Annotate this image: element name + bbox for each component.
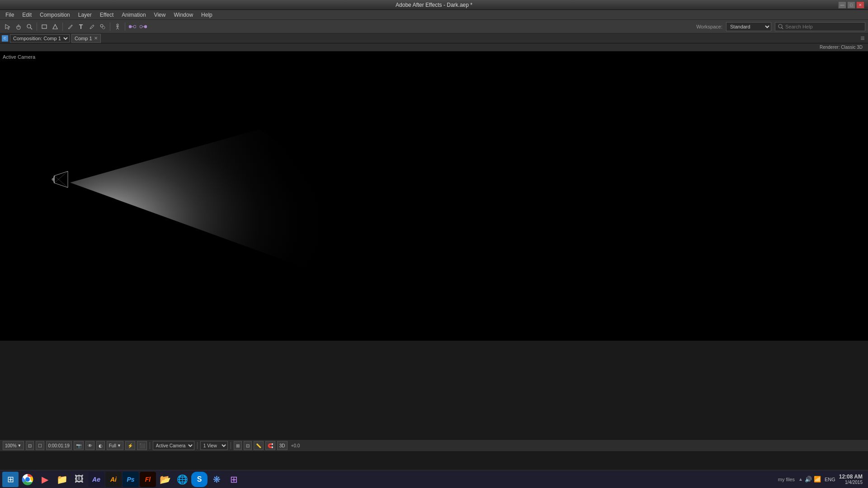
show-snapshot-btn[interactable]: 👁 xyxy=(85,441,94,450)
view-layout-select[interactable]: 1 View 2 Views 4 Views xyxy=(200,441,228,450)
camera-view-select[interactable]: Active Camera Front Left Top xyxy=(153,441,194,450)
taskbar-chrome-icon[interactable] xyxy=(19,472,36,487)
taskbar-flash-icon[interactable]: Fl xyxy=(140,472,156,487)
clock-time: 12:08 AM xyxy=(839,474,863,480)
rectangle-tool[interactable] xyxy=(39,22,49,32)
composition-selector[interactable]: Composition: Comp 1 xyxy=(10,34,70,42)
taskbar-skype-icon[interactable]: S xyxy=(191,472,208,487)
exposure-btn[interactable]: ◐ xyxy=(96,441,105,450)
taskbar-aftereffects-icon[interactable]: Ae xyxy=(88,472,104,487)
taskbar-folder2-icon[interactable]: 📂 xyxy=(157,472,173,487)
zoom-dropdown-icon[interactable]: ▼ xyxy=(18,443,22,448)
menu-effect[interactable]: Effect xyxy=(96,11,117,19)
shape-tool[interactable] xyxy=(50,22,60,32)
selection-tool[interactable] xyxy=(3,22,13,32)
viewer-info: Renderer: Classic 3D xyxy=(0,43,868,52)
snapshot-btn[interactable]: 📷 xyxy=(74,441,84,450)
svg-line-19 xyxy=(782,28,783,29)
menu-help[interactable]: Help xyxy=(198,11,216,19)
comp-tab-label: Comp 1 xyxy=(75,36,92,41)
paint-tool[interactable] xyxy=(87,22,97,32)
comp-tab[interactable]: Comp 1 ✕ xyxy=(71,34,101,43)
taskbar-media-icon[interactable]: ▶ xyxy=(37,472,53,487)
resolution-select-btn[interactable]: Full ▼ xyxy=(107,441,123,450)
motion-path-tool-2[interactable] xyxy=(138,22,148,32)
main-viewport: Active Camera xyxy=(0,52,868,341)
svg-marker-4 xyxy=(53,24,57,29)
svg-line-2 xyxy=(30,28,32,29)
plus-value-display: +0.0 xyxy=(289,443,302,448)
language-indicator[interactable]: ENG xyxy=(825,477,835,482)
close-button[interactable]: ✕ xyxy=(856,1,864,9)
pen-tool[interactable] xyxy=(65,22,75,32)
rulers-btn[interactable]: 📏 xyxy=(254,441,264,450)
svg-point-31 xyxy=(25,477,30,482)
tray-arrow-icon[interactable]: ▲ xyxy=(798,477,803,482)
svg-marker-24 xyxy=(54,171,68,188)
svg-point-1 xyxy=(27,24,31,28)
taskbar-browser-icon[interactable]: 🌐 xyxy=(174,472,190,487)
taskbar-illustrator-icon[interactable]: Ai xyxy=(105,472,122,487)
tray-speaker-icon[interactable]: 🔊 xyxy=(805,476,812,483)
fit-to-screen-btn[interactable]: ⊡ xyxy=(26,441,34,450)
system-tray: my files ▲ 🔊 📶 ENG 12:08 AM 1/4/2015 xyxy=(778,474,866,485)
menu-window[interactable]: Window xyxy=(170,11,197,19)
viewport-camera-label: Active Camera xyxy=(3,54,35,60)
taskbar-files-icon[interactable]: 📁 xyxy=(54,472,70,487)
grid-btn[interactable]: ⊞ xyxy=(234,441,242,450)
transparent-bg-btn[interactable]: ⬛ xyxy=(137,441,147,450)
svg-point-13 xyxy=(133,25,136,28)
snap-btn[interactable]: 🧲 xyxy=(265,441,275,450)
toolbar-separator-2 xyxy=(62,23,63,31)
panel-menu-icon[interactable]: ≡ xyxy=(859,35,866,42)
magnification-btn[interactable]: 100% ▼ xyxy=(3,441,24,450)
spotlight-effect xyxy=(0,52,868,341)
clock-date: 1/4/2015 xyxy=(839,480,863,485)
menu-edit[interactable]: Edit xyxy=(19,11,35,19)
zoom-tool[interactable] xyxy=(24,22,34,32)
hand-tool[interactable] xyxy=(14,22,24,32)
menu-view[interactable]: View xyxy=(151,11,170,19)
svg-point-7 xyxy=(117,24,118,26)
toolbar-separator-3 xyxy=(110,23,110,31)
puppet-tool[interactable] xyxy=(113,22,123,32)
taskbar-start-button[interactable]: ⊞ xyxy=(2,472,19,487)
maximize-button[interactable]: □ xyxy=(847,1,855,9)
controls-separator-2 xyxy=(197,442,198,449)
resolution-dropdown-icon[interactable]: ▼ xyxy=(117,443,121,448)
toolbar-separator-1 xyxy=(37,23,37,31)
minimize-button[interactable]: — xyxy=(838,1,846,9)
menu-animation[interactable]: Animation xyxy=(118,11,149,19)
motion-path-tool-1[interactable] xyxy=(127,22,137,32)
taskbar-apps-icon[interactable]: ⊞ xyxy=(226,472,242,487)
bottom-controls: 100% ▼ ⊡ ☐ 0:00:01:19 📷 👁 ◐ Full ▼ ⚡ ⬛ A… xyxy=(0,439,868,452)
toolbar-separator-4 xyxy=(125,23,125,31)
menu-file[interactable]: File xyxy=(2,11,18,19)
guides-btn[interactable]: ⊡ xyxy=(244,441,252,450)
search-box xyxy=(775,22,865,31)
menu-layer[interactable]: Layer xyxy=(75,11,95,19)
window-controls: — □ ✕ xyxy=(838,1,864,9)
search-input[interactable] xyxy=(785,24,862,29)
tray-network-icon[interactable]: 📶 xyxy=(814,476,821,483)
taskbar-photos-icon[interactable]: 🖼 xyxy=(71,472,87,487)
fast-preview-btn[interactable]: ⚡ xyxy=(125,441,135,450)
svg-line-11 xyxy=(118,28,119,29)
system-clock[interactable]: 12:08 AM 1/4/2015 xyxy=(839,474,863,485)
pixel-aspect-btn[interactable]: ☐ xyxy=(36,441,44,450)
clone-stamp-tool[interactable] xyxy=(98,22,108,32)
text-tool[interactable]: T xyxy=(76,22,86,32)
menu-composition[interactable]: Composition xyxy=(36,11,74,19)
svg-point-5 xyxy=(100,24,103,27)
taskbar-photoshop-icon[interactable]: Ps xyxy=(123,472,139,487)
svg-rect-3 xyxy=(42,25,47,28)
sys-tray-icons: ▲ 🔊 📶 xyxy=(798,476,821,483)
timecode-display[interactable]: 0:00:01:19 xyxy=(46,441,72,450)
comp-tab-close[interactable]: ✕ xyxy=(94,36,98,41)
menu-bar: File Edit Composition Layer Effect Anima… xyxy=(0,10,868,20)
3d-toggle-btn[interactable]: 3D xyxy=(277,441,288,450)
comp-icon: C xyxy=(2,35,8,42)
workspace-select[interactable]: Standard All Panels Minimal xyxy=(726,22,771,31)
tab-bar: C Composition: Comp 1 Comp 1 ✕ ≡ xyxy=(0,33,868,43)
taskbar-network-icon[interactable]: ❋ xyxy=(208,472,225,487)
